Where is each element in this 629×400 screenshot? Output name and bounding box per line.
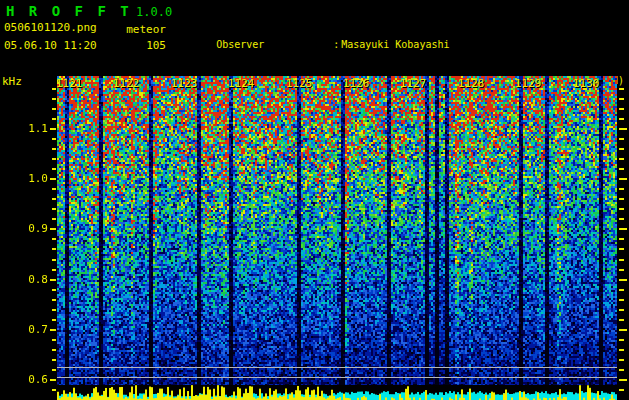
y-major-tick-right xyxy=(619,379,627,381)
x-time-label: 1122 xyxy=(113,77,140,90)
y-minor-tick-right xyxy=(619,289,624,291)
signal-level-strip xyxy=(57,385,617,400)
output-filename: 0506101120.png xyxy=(4,21,97,34)
y-minor-tick-right xyxy=(619,259,624,261)
y-minor-tick-right xyxy=(619,168,624,170)
y-minor-tick-right xyxy=(619,218,624,220)
y-minor-tick-left xyxy=(52,339,56,341)
spectrogram-heatmap xyxy=(57,76,617,385)
y-minor-tick-right xyxy=(619,148,624,150)
y-major-tick-right xyxy=(619,279,627,281)
y-minor-tick-left xyxy=(52,319,56,321)
y-minor-tick-right xyxy=(619,389,624,391)
y-major-tick-left xyxy=(50,279,56,281)
y-minor-tick-left xyxy=(52,208,56,210)
y-minor-tick-left xyxy=(52,218,56,220)
x-time-label: 1130 xyxy=(573,77,600,90)
y-major-tick-right xyxy=(619,128,627,130)
y-major-tick-left xyxy=(50,228,56,230)
info-label: Observer xyxy=(216,39,333,51)
y-minor-tick-left xyxy=(52,238,56,240)
x-time-label: 1121 xyxy=(56,77,83,90)
y-major-tick-right xyxy=(619,228,627,230)
y-minor-tick-left xyxy=(52,269,56,271)
y-minor-tick-right xyxy=(619,98,624,100)
app-version: 1.0.0 xyxy=(136,5,172,19)
y-minor-tick-left xyxy=(52,259,56,261)
info-separator: : xyxy=(333,39,341,51)
y-minor-tick-right xyxy=(619,248,624,250)
y-major-tick-left xyxy=(50,178,56,180)
y-tick-label: 1.1 xyxy=(16,122,48,135)
y-minor-tick-right xyxy=(619,108,624,110)
y-minor-tick-right xyxy=(619,349,624,351)
y-major-tick-left xyxy=(50,329,56,331)
y-minor-tick-right xyxy=(619,118,624,120)
y-major-tick-left xyxy=(50,128,56,130)
y-axis-unit-label: kHz xyxy=(2,75,22,88)
y-minor-tick-right xyxy=(619,158,624,160)
y-minor-tick-right xyxy=(619,208,624,210)
hrofft-screen: H R O F F T 1.0.0 0506101120.png meteor … xyxy=(0,0,629,400)
y-minor-tick-left xyxy=(52,118,56,120)
y-minor-tick-right xyxy=(619,299,624,301)
y-minor-tick-left xyxy=(52,98,56,100)
x-time-label: 1124 xyxy=(228,77,255,90)
x-time-label: 1125 xyxy=(286,77,313,90)
y-minor-tick-left xyxy=(52,299,56,301)
y-minor-tick-right xyxy=(619,269,624,271)
y-minor-tick-left xyxy=(52,138,56,140)
info-row-location: Receiving Location:Ogata-vill. Akita-Pre… xyxy=(180,63,624,75)
y-minor-tick-left xyxy=(52,369,56,371)
y-minor-tick-right xyxy=(619,88,624,90)
y-minor-tick-right xyxy=(619,188,624,190)
y-tick-label: 0.9 xyxy=(16,222,48,235)
y-minor-tick-left xyxy=(52,349,56,351)
y-minor-tick-left xyxy=(52,198,56,200)
y-major-tick-right xyxy=(619,329,627,331)
y-minor-tick-left xyxy=(52,158,56,160)
y-minor-tick-right xyxy=(619,309,624,311)
x-time-label: 1129 xyxy=(515,77,542,90)
y-minor-tick-left xyxy=(52,148,56,150)
x-time-label: 1128 xyxy=(458,77,485,90)
y-minor-tick-right xyxy=(619,198,624,200)
y-minor-tick-right xyxy=(619,359,624,361)
x-time-label: 1127 xyxy=(400,77,427,90)
y-minor-tick-left xyxy=(52,309,56,311)
info-value: Masayuki Kobayashi xyxy=(341,39,449,51)
mode-label: meteor xyxy=(118,23,166,36)
y-minor-tick-right xyxy=(619,319,624,321)
y-tick-label: 0.8 xyxy=(16,273,48,286)
y-major-tick-left xyxy=(50,379,56,381)
x-time-label: 1123 xyxy=(171,77,198,90)
y-major-tick-right xyxy=(619,178,627,180)
y-minor-tick-left xyxy=(52,188,56,190)
y-tick-label: 0.7 xyxy=(16,323,48,336)
x-time-label: 1126 xyxy=(343,77,370,90)
y-minor-tick-right xyxy=(619,238,624,240)
y-minor-tick-left xyxy=(52,168,56,170)
y-tick-label: 0.6 xyxy=(16,373,48,386)
y-minor-tick-left xyxy=(52,108,56,110)
y-minor-tick-left xyxy=(52,359,56,361)
y-minor-tick-left xyxy=(52,289,56,291)
y-minor-tick-left xyxy=(52,389,56,391)
y-minor-tick-right xyxy=(619,138,624,140)
y-minor-tick-left xyxy=(52,248,56,250)
echo-count: 105 xyxy=(118,39,166,52)
y-minor-tick-right xyxy=(619,369,624,371)
y-minor-tick-right xyxy=(619,339,624,341)
datetime-label: 05.06.10 11:20 xyxy=(4,39,97,52)
y-tick-label: 1.0 xyxy=(16,172,48,185)
app-title: H R O F F T xyxy=(6,3,132,19)
info-row-observer: Observer:Masayuki Kobayashi xyxy=(180,27,624,39)
